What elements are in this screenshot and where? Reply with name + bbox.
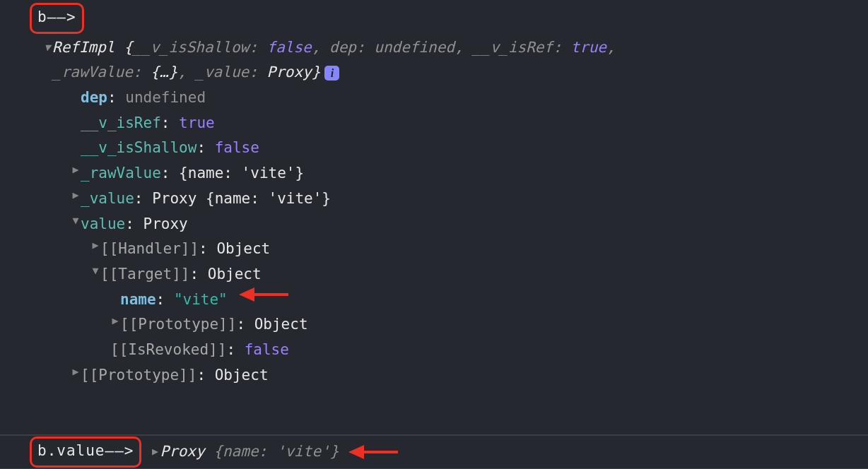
object-summary-line2: _rawValue: {…}, _value: Proxy} i <box>0 60 868 85</box>
chevron-right-icon[interactable] <box>71 363 81 381</box>
chevron-down-icon[interactable] <box>90 262 100 280</box>
annotation-arrow-icon <box>239 287 288 302</box>
chevron-right-icon[interactable] <box>71 161 81 179</box>
no-arrow <box>71 136 81 154</box>
prop-dep[interactable]: dep: undefined <box>0 85 868 111</box>
prop-isref[interactable]: __v_isRef: true <box>0 111 868 136</box>
proxy-output[interactable]: Proxy {name: 'vite'} <box>160 439 339 465</box>
no-arrow <box>110 287 120 306</box>
prop-value[interactable]: value: Proxy <box>0 212 868 237</box>
object-summary[interactable]: RefImpl { __v_isShallow: false, dep: und… <box>0 35 868 61</box>
prop-target-name[interactable]: name: "vite" <box>0 287 868 313</box>
bottom-row: b.value——> Proxy {name: 'vite'} <box>0 436 868 469</box>
highlight-bvalue: b.value——> <box>30 437 141 468</box>
chevron-down-icon[interactable] <box>42 39 52 57</box>
chevron-down-icon[interactable] <box>71 212 81 230</box>
prop-handler[interactable]: [[Handler]]: Object <box>0 237 868 262</box>
no-arrow <box>71 111 81 129</box>
prop-target[interactable]: [[Target]]: Object <box>0 262 868 287</box>
chevron-right-icon[interactable] <box>71 186 81 205</box>
prop-value-internal[interactable]: _value: Proxy {name: 'vite'} <box>0 186 868 212</box>
annotation-arrow-icon <box>348 445 398 459</box>
annotation-top: b——> <box>0 3 868 34</box>
no-arrow <box>90 338 110 356</box>
highlight-b: b——> <box>30 3 84 34</box>
chevron-right-icon[interactable] <box>110 312 120 331</box>
prop-proto-outer[interactable]: [[Prototype]]: Object <box>0 363 868 388</box>
no-arrow <box>71 85 81 104</box>
chevron-right-icon[interactable] <box>90 237 100 255</box>
chevron-right-icon[interactable] <box>150 443 160 461</box>
prop-revoked[interactable]: [[IsRevoked]]: false <box>0 338 868 363</box>
prop-isshallow[interactable]: __v_isShallow: false <box>0 136 868 161</box>
info-icon[interactable]: i <box>324 66 339 81</box>
prop-rawvalue[interactable]: _rawValue: {name: 'vite'} <box>0 161 868 186</box>
prop-proto-inner[interactable]: [[Prototype]]: Object <box>0 312 868 338</box>
